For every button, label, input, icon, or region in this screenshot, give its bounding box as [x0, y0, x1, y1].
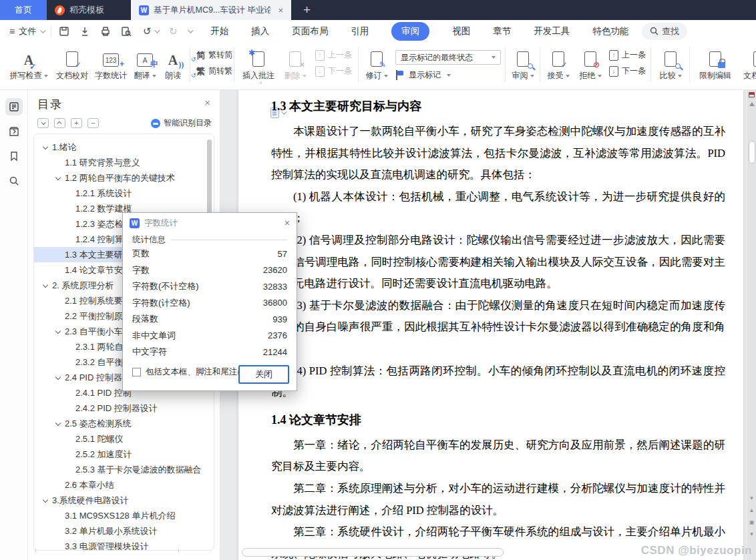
show-markup-button[interactable]: 显示标记 [395, 69, 451, 81]
next-comment-button[interactable]: ↓ 下一条 [315, 64, 352, 78]
tab-page-layout[interactable]: 页面布局 [292, 25, 328, 37]
undo-button[interactable]: ↺ [141, 25, 158, 37]
search-pane-button[interactable] [5, 172, 23, 190]
toc-item[interactable]: 2.6 本章小结 [34, 477, 214, 493]
next-change-button[interactable]: ↓ 下一条 [609, 64, 646, 78]
toc-item[interactable]: 3.1 MC9SXS128 单片机介绍 [34, 508, 214, 523]
chevron-down-icon [384, 75, 388, 77]
stat-row-words: 字数23620 [132, 262, 287, 279]
toc-item[interactable]: 1.2 两轮自平衡车的关键技术 [34, 170, 214, 186]
stat-row-paragraphs: 段落数939 [132, 311, 287, 328]
tab-review[interactable]: 审阅 [391, 22, 429, 41]
close-dialog-icon[interactable]: × [285, 218, 290, 228]
tab-docer[interactable]: 稻壳模板 [47, 0, 128, 20]
paragraph: 第二章：系统原理阐述与分析，对小车的运动进行建模，分析陀螺仪与加速度计的特性并对… [271, 478, 725, 521]
close-button[interactable]: 关闭 [238, 365, 289, 384]
undo-icon: ↺ [141, 25, 153, 37]
toc-item[interactable]: 2.4.2 PID 控制器设计 [34, 400, 214, 416]
document-content[interactable]: 1.3 本文主要研究目标与内容 本课题设计了一款两轮自平衡小车，研究了车身姿态检… [271, 94, 725, 560]
chevron-down-icon [598, 75, 602, 77]
export-pdf-button[interactable] [79, 25, 91, 37]
toc-item[interactable]: 2.5.3 基于卡尔曼滤波的数据融合 [34, 462, 214, 477]
chevron-down-icon [40, 27, 45, 33]
trad-to-simp-button[interactable]: ↺简 繁转简 [196, 48, 232, 62]
scroll-down-icon[interactable]: ▼ [749, 496, 755, 501]
bookmark-pane-button[interactable] [5, 148, 23, 165]
read-aloud-button[interactable]: A)‌) 朗读 [160, 47, 186, 81]
translate-button[interactable]: A中 翻译 [131, 47, 159, 81]
delete-comment-button[interactable]: × 删除 [280, 47, 310, 81]
toc-item[interactable]: 1.2.1 系统设计 [34, 186, 214, 201]
prev-change-button[interactable]: ↑ 上一条 [609, 48, 646, 62]
track-changes-button[interactable]: ✎ 修订 [363, 47, 390, 81]
vertical-scroll-thumb[interactable] [749, 141, 755, 164]
tab-dev-tools[interactable]: 开发工具 [534, 25, 570, 37]
toc-item[interactable]: 3.系统硬件电路设计 [34, 493, 214, 508]
toc-item[interactable]: 1.绪论 [34, 139, 214, 155]
next-comment-icon: ↓ [315, 66, 325, 77]
tab-home[interactable]: 首页 [0, 0, 47, 20]
compare-button[interactable]: 比较 [656, 47, 685, 81]
doc-permission-button[interactable]: 文档权限 [739, 47, 756, 81]
accept-change-button[interactable]: ✓ 接受 [544, 47, 573, 81]
toc-item[interactable]: 1.1 研究背景与意义 [34, 155, 214, 170]
toc-item[interactable]: 3.2 单片机最小系统设计 [34, 523, 214, 539]
file-menu-button[interactable]: ≡ 文件 [9, 25, 44, 37]
document-page[interactable]: 1.3 本文主要研究目标与内容 本课题设计了一款两轮自平衡小车，研究了车身姿态检… [238, 90, 743, 560]
expand-all-button[interactable] [37, 118, 49, 128]
tab-start[interactable]: 开始 [210, 25, 228, 37]
close-tab-icon[interactable]: × [278, 5, 283, 15]
collapse-all-button[interactable] [54, 118, 65, 128]
dialog-title: 字数统计 [144, 218, 280, 229]
spell-check-button[interactable]: A✓ 拼写检查 [8, 47, 49, 81]
print-preview-button[interactable] [120, 25, 132, 37]
vertical-scrollbar[interactable]: ▼ ▲ ▣ ▼ [747, 90, 756, 560]
word-count-button[interactable]: 123+ 字数统计 [92, 47, 130, 81]
prev-comment-button[interactable]: ↑ 上一条 [315, 48, 352, 62]
toc-scrollbar[interactable] [207, 139, 212, 220]
zoom-out-level-button[interactable]: − [87, 118, 99, 128]
markup-state-dropdown[interactable]: 显示标记的最终状态 [395, 50, 501, 65]
prev-page-icon[interactable]: ▲ [749, 508, 755, 513]
tab-special-features[interactable]: 特色功能 [592, 25, 628, 37]
next-change-icon: ↓ [609, 66, 618, 77]
horizontal-scroll-thumb[interactable] [242, 548, 504, 557]
ruler-toggle-icon[interactable] [749, 92, 755, 97]
zoom-in-level-button[interactable]: + [71, 118, 82, 128]
insert-comment-button[interactable]: ✱ 插入批注 [239, 47, 278, 81]
redo-button[interactable]: ↻ [167, 25, 179, 37]
scroll-up-icon[interactable] [749, 102, 755, 106]
tab-view[interactable]: 视图 [452, 25, 470, 37]
dialog-title-bar[interactable]: W 字数统计 × [123, 213, 297, 233]
toc-item[interactable]: 2.5.1 陀螺仪 [34, 431, 214, 447]
toc-item[interactable]: 3.3 电源管理模块设计 [34, 539, 214, 551]
close-toc-icon[interactable]: × [204, 97, 210, 108]
stat-row-chars-no-space: 字符数(不计空格)32833 [132, 278, 287, 295]
new-tab-button[interactable]: + [291, 0, 323, 20]
simp-to-trad-button[interactable]: ↺繁 简转繁 [196, 64, 232, 78]
restrict-editing-button[interactable]: 限制编辑 [695, 47, 736, 81]
chapter-pane-button[interactable] [5, 123, 23, 140]
toc-item[interactable]: 2.5.2 加速度计 [34, 447, 214, 462]
tab-section[interactable]: 章节 [493, 25, 511, 37]
doc-proof-button[interactable]: ✓ 文档校对 [53, 47, 91, 81]
toc-pane-button[interactable] [5, 98, 23, 115]
save-button[interactable] [58, 25, 70, 37]
show-markup-flag-icon [395, 70, 405, 80]
review-pane-button[interactable]: 审阅 [509, 47, 537, 81]
tab-document[interactable]: W 基于单片机MC9...车设计 毕业论文 × [131, 0, 291, 20]
print-button[interactable] [100, 25, 112, 37]
next-page-icon[interactable]: ▼ [749, 532, 755, 537]
document-area: 1.3 本文主要研究目标与内容 本课题设计了一款两轮自平衡小车，研究了车身姿态检… [220, 90, 756, 560]
reject-change-button[interactable]: ⊘ 拒绝 [576, 47, 605, 81]
reject-icon: ⊘ [584, 51, 596, 67]
toc-item[interactable]: 2.5 姿态检测系统 [34, 416, 214, 431]
find-button[interactable]: 查找 [642, 23, 687, 40]
word-count-dialog[interactable]: W 字数统计 × 统计信息 页数57 字数23620 字符数(不计空格)3283… [122, 212, 297, 391]
read-aloud-icon: A)‌) [168, 53, 178, 67]
page-select-icon[interactable]: ▣ [749, 520, 755, 525]
toolbar-collapse-icon[interactable] [188, 27, 193, 33]
smart-toc-button[interactable]: 智能识别目录 [151, 117, 212, 129]
tab-insert[interactable]: 插入 [251, 25, 269, 37]
tab-references[interactable]: 引用 [351, 25, 369, 37]
